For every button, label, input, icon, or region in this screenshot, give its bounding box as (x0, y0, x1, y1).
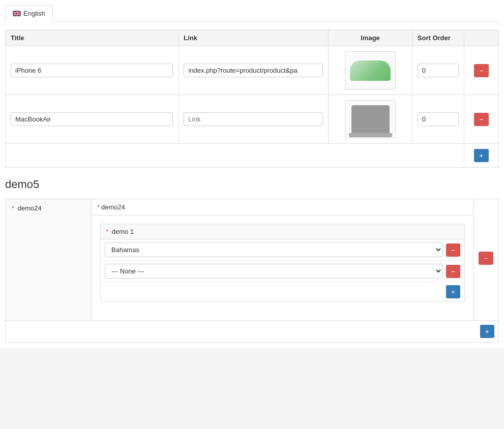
col-image: Image (329, 30, 412, 46)
demo1-header: * demo 1 (101, 224, 464, 239)
demo1-label: demo 1 (112, 228, 134, 235)
demo24-header: * demo24 (92, 199, 473, 216)
demo1-wrapper: * demo 1 Bahamas --- None --- − (92, 216, 473, 310)
dropdown-row-2: --- None --- Bahamas − (101, 261, 464, 282)
dropdown-none[interactable]: --- None --- Bahamas (105, 264, 443, 279)
title-input-iphone[interactable] (11, 64, 173, 77)
image-macbook (345, 100, 396, 138)
title-input-macbook[interactable] (11, 112, 173, 126)
col-link: Link (179, 30, 329, 46)
demo-label: * demo24 (6, 199, 92, 320)
table-row: − (6, 95, 499, 144)
remove-dropdown1-button[interactable]: − (446, 243, 460, 257)
dropdown-bahamas[interactable]: Bahamas --- None --- (105, 242, 443, 257)
demo-outer-row: * demo24 * demo24 * demo 1 (6, 199, 498, 320)
outer-action-col: − (473, 199, 498, 320)
section-title: demo5 (5, 178, 499, 191)
remove-macbook-button[interactable]: − (474, 113, 488, 126)
table-row: − (6, 46, 499, 95)
page-wrapper: English Title Link Image Sort Order (0, 0, 504, 348)
col-action (464, 30, 498, 46)
link-input-iphone[interactable] (184, 64, 323, 77)
demo24-required-star: * (97, 203, 100, 211)
table-add-row: + (6, 144, 499, 168)
remove-dropdown2-button[interactable]: − (446, 265, 460, 278)
tab-english-label: English (23, 10, 45, 17)
col-sort-order: Sort Order (412, 30, 464, 46)
required-star: * (12, 204, 14, 212)
demo-section: * demo24 * demo24 * demo 1 (5, 199, 499, 343)
tab-english[interactable]: English (5, 5, 53, 22)
sort-order-macbook[interactable] (418, 112, 459, 126)
tabs-container: English (5, 5, 499, 22)
outer-add-row: + (6, 320, 498, 342)
demo-content: * demo24 * demo 1 B (92, 199, 473, 320)
sort-order-iphone[interactable] (418, 64, 459, 77)
flag-icon (13, 11, 21, 16)
macbook-image-shape (351, 105, 390, 133)
add-inner-row: + (101, 282, 464, 301)
col-title: Title (6, 30, 179, 46)
demo-label-text: demo24 (18, 204, 42, 212)
demo24-header-text: demo24 (101, 203, 125, 211)
demo1-section: * demo 1 Bahamas --- None --- − (100, 224, 465, 302)
demo1-required-star: * (106, 228, 108, 235)
dropdown-row-1: Bahamas --- None --- − (101, 239, 464, 261)
bottom-spacer (92, 310, 473, 320)
iphone-image-shape (350, 60, 391, 81)
link-input-macbook[interactable] (184, 112, 323, 126)
add-outer-button[interactable]: + (480, 325, 494, 338)
remove-iphone-button[interactable]: − (474, 64, 488, 77)
main-table: Title Link Image Sort Order (5, 29, 499, 168)
add-row-button[interactable]: + (474, 149, 488, 162)
add-inner-button[interactable]: + (446, 285, 460, 298)
image-iphone (345, 51, 396, 89)
remove-demo24-button[interactable]: − (479, 252, 493, 265)
